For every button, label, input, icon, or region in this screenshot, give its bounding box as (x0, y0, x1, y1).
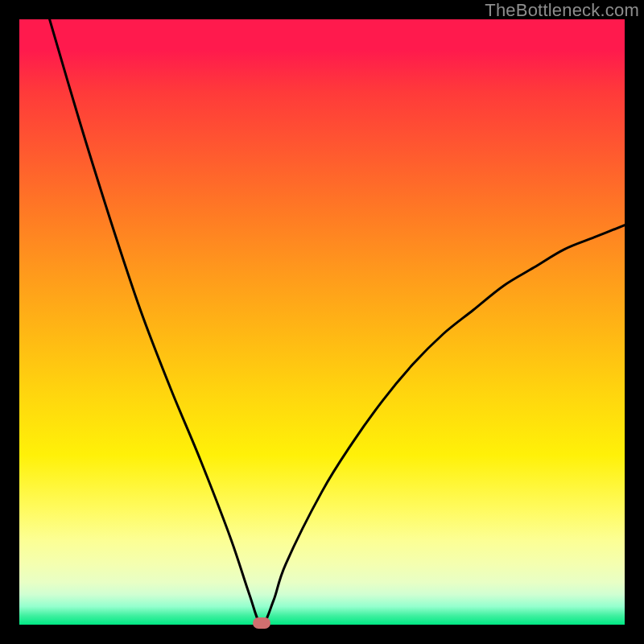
curve-svg (19, 19, 625, 625)
watermark-text: TheBottleneck.com (485, 0, 639, 21)
minimum-marker (253, 617, 270, 629)
curve-path (50, 19, 625, 625)
chart-container: TheBottleneck.com (0, 0, 644, 644)
plot-area (19, 19, 625, 625)
